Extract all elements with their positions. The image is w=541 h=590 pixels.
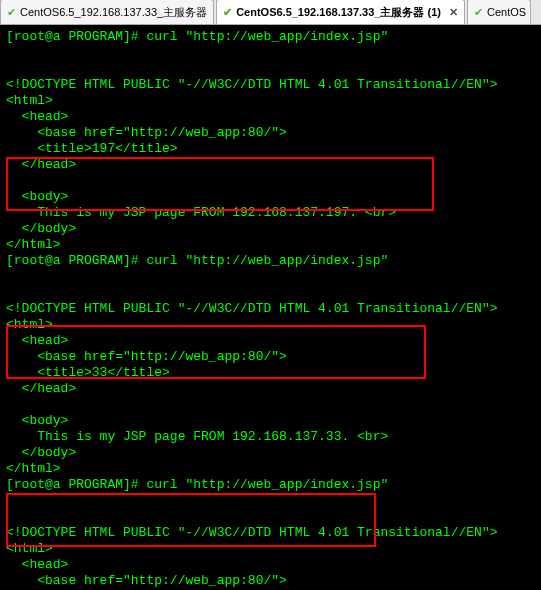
out-head-close-1: </head>	[6, 157, 76, 172]
check-icon: ✔	[223, 6, 232, 19]
out-doctype-3: <!DOCTYPE HTML PUBLIC "-//W3C//DTD HTML …	[6, 525, 497, 540]
tab-inactive-2[interactable]: ✔ CentOS	[467, 0, 531, 24]
out-html-open-3: <html>	[6, 541, 53, 556]
close-icon[interactable]: ✕	[449, 6, 458, 19]
out-title-2: <title>33</title>	[6, 365, 170, 380]
out-html-close-2: </html>	[6, 461, 61, 476]
out-base-1: <base href="http://web_app:80/">	[6, 125, 287, 140]
tab-bar: ✔ CentOS6.5_192.168.137.33_主服务器 ✔ CentOS…	[0, 0, 541, 25]
tab-active[interactable]: ✔ CentOS6.5_192.168.137.33_主服务器 (1) ✕	[216, 0, 465, 24]
tab-label: CentOS	[487, 6, 526, 18]
prompt-line-3: [root@a PROGRAM]# curl "http://web_app/i…	[6, 477, 388, 492]
out-title-1: <title>197</title>	[6, 141, 178, 156]
tab-inactive-1[interactable]: ✔ CentOS6.5_192.168.137.33_主服务器	[0, 0, 214, 24]
out-head-open-3: <head>	[6, 557, 68, 572]
out-body-text-2: This is my JSP page FROM 192.168.137.33.…	[6, 429, 388, 444]
out-body-close-1: </body>	[6, 221, 76, 236]
out-head-open-1: <head>	[6, 109, 68, 124]
out-html-close-1: </html>	[6, 237, 61, 252]
prompt-line-2: [root@a PROGRAM]# curl "http://web_app/i…	[6, 253, 388, 268]
out-body-open-1: <body>	[6, 189, 68, 204]
prompt-line-1: [root@a PROGRAM]# curl "http://web_app/i…	[6, 29, 388, 44]
out-base-3: <base href="http://web_app:80/">	[6, 573, 287, 588]
terminal-output[interactable]: [root@a PROGRAM]# curl "http://web_app/i…	[0, 25, 541, 590]
out-base-2: <base href="http://web_app:80/">	[6, 349, 287, 364]
check-icon: ✔	[7, 6, 16, 19]
check-icon: ✔	[474, 6, 483, 19]
out-head-open-2: <head>	[6, 333, 68, 348]
tab-label: CentOS6.5_192.168.137.33_主服务器	[20, 5, 207, 20]
out-body-close-2: </body>	[6, 445, 76, 460]
out-body-text-1: This is my JSP page FROM 192.168.137.197…	[6, 205, 396, 220]
tab-label: CentOS6.5_192.168.137.33_主服务器 (1)	[236, 5, 441, 20]
out-body-open-2: <body>	[6, 413, 68, 428]
out-doctype-2: <!DOCTYPE HTML PUBLIC "-//W3C//DTD HTML …	[6, 301, 497, 316]
out-html-open-2: <html>	[6, 317, 53, 332]
out-head-close-2: </head>	[6, 381, 76, 396]
out-html-open-1: <html>	[6, 93, 53, 108]
out-doctype-1: <!DOCTYPE HTML PUBLIC "-//W3C//DTD HTML …	[6, 77, 497, 92]
